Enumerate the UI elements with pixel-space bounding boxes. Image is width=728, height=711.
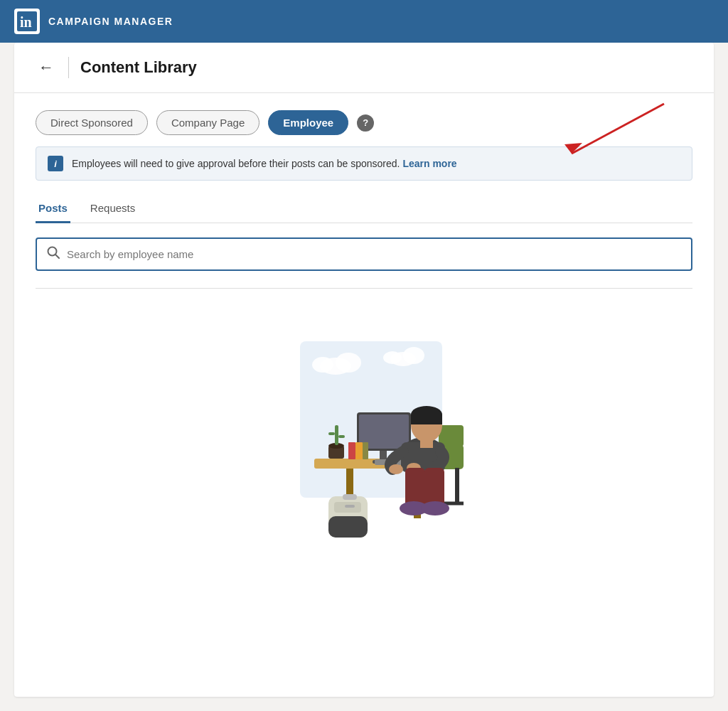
tab-direct-sponsored[interactable]: Direct Sponsored xyxy=(36,110,148,135)
svg-point-40 xyxy=(389,464,403,474)
svg-rect-49 xyxy=(328,516,368,538)
info-text: Employees will need to give approval bef… xyxy=(72,158,457,169)
svg-rect-38 xyxy=(411,415,442,424)
sub-tab-requests[interactable]: Requests xyxy=(87,195,138,223)
desk-illustration xyxy=(243,320,485,547)
page-title: Content Library xyxy=(80,58,197,77)
page-wrapper: in CAMPAIGN MANAGER ← Content Library Di… xyxy=(0,0,728,711)
svg-rect-32 xyxy=(455,468,459,503)
svg-rect-52 xyxy=(345,505,355,508)
svg-rect-24 xyxy=(328,432,335,435)
header: in CAMPAIGN MANAGER xyxy=(0,0,728,43)
search-container xyxy=(36,237,692,289)
svg-point-9 xyxy=(312,357,333,373)
svg-rect-16 xyxy=(380,450,387,461)
sub-tab-posts[interactable]: Posts xyxy=(36,195,70,223)
svg-rect-51 xyxy=(343,494,357,500)
illustration-area xyxy=(36,306,692,576)
sub-tabs: Posts Requests xyxy=(36,195,692,223)
tab-company-page[interactable]: Company Page xyxy=(156,110,259,135)
svg-point-45 xyxy=(421,501,449,515)
svg-rect-23 xyxy=(335,425,338,445)
linkedin-logo: in xyxy=(14,9,40,34)
top-nav: ← Content Library xyxy=(14,43,714,93)
help-icon[interactable]: ? xyxy=(357,114,374,132)
search-box xyxy=(36,237,692,271)
search-input[interactable] xyxy=(67,248,681,260)
svg-rect-28 xyxy=(363,442,368,459)
tabs-row: Direct Sponsored Company Page Employee ? xyxy=(36,110,692,135)
svg-text:in: in xyxy=(20,14,32,30)
search-icon xyxy=(47,246,60,262)
tab-employee[interactable]: Employee xyxy=(268,110,348,135)
title-divider xyxy=(68,57,69,78)
svg-point-12 xyxy=(383,351,402,364)
info-icon: i xyxy=(48,156,63,171)
svg-point-8 xyxy=(336,353,361,373)
main-card: ← Content Library Direct Sponsored Compa… xyxy=(14,43,714,697)
svg-rect-26 xyxy=(348,442,355,459)
content-area: Direct Sponsored Company Page Employee ?… xyxy=(14,93,714,593)
back-button[interactable]: ← xyxy=(36,60,57,75)
info-banner: i Employees will need to give approval b… xyxy=(36,146,692,181)
header-title: CAMPAIGN MANAGER xyxy=(48,16,173,27)
svg-rect-27 xyxy=(355,442,363,459)
svg-point-11 xyxy=(403,347,424,364)
svg-rect-25 xyxy=(338,435,345,438)
svg-rect-42 xyxy=(405,468,425,507)
svg-rect-39 xyxy=(420,439,433,448)
svg-rect-43 xyxy=(424,468,444,507)
svg-line-5 xyxy=(55,255,59,258)
learn-more-link[interactable]: Learn more xyxy=(402,158,456,169)
